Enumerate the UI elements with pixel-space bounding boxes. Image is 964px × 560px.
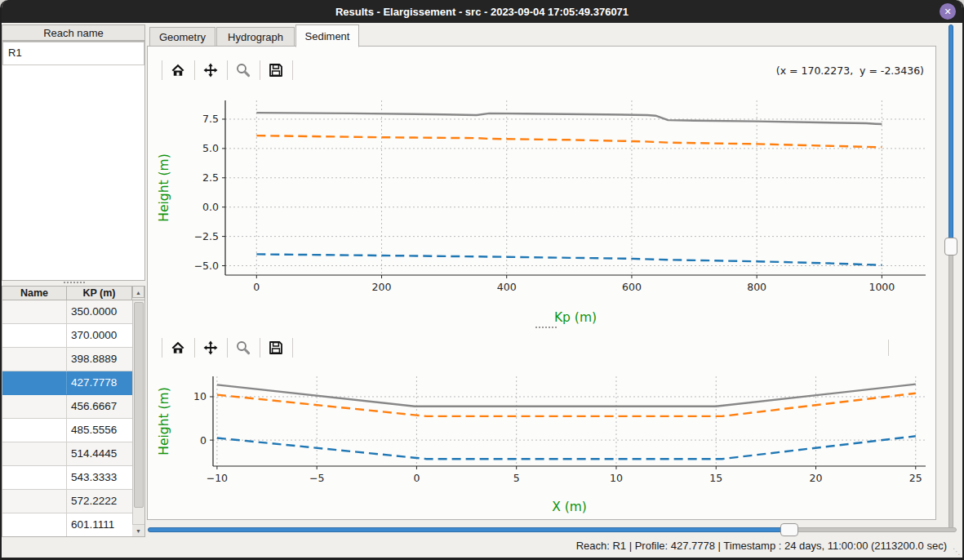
profile-slider[interactable] — [944, 24, 957, 529]
home-button[interactable] — [166, 336, 190, 360]
pan-icon — [202, 62, 219, 78]
svg-text:5.0: 5.0 — [202, 142, 219, 154]
tab-label: Geometry — [159, 31, 206, 43]
pan-icon — [202, 340, 219, 356]
profile-slider-handle[interactable] — [944, 238, 957, 256]
cross-section-chart[interactable]: −10−50510152025010X (m)Height (m) — [152, 365, 934, 517]
profile-table: Name KP (m) 350.0000370.0000398.8889427.… — [2, 286, 145, 537]
column-header-kp[interactable]: KP (m) — [67, 287, 132, 300]
cell-kp[interactable]: 427.7778 — [67, 371, 132, 394]
toolbar-separator — [260, 338, 260, 358]
cell-kp[interactable]: 456.6667 — [67, 395, 132, 418]
cell-kp[interactable]: 370.0000 — [67, 324, 132, 347]
y-axis: −5.0−2.50.02.55.07.5 — [194, 113, 225, 272]
svg-text:Height (m): Height (m) — [157, 387, 171, 455]
zoom-button[interactable] — [231, 58, 255, 82]
svg-text:−5.0: −5.0 — [194, 260, 219, 272]
svg-text:−10: −10 — [207, 472, 228, 484]
cell-name[interactable] — [2, 324, 67, 347]
svg-text:20: 20 — [810, 472, 823, 484]
series-bottom-profile-blue — [256, 254, 882, 264]
pan-button[interactable] — [198, 336, 223, 360]
cell-kp[interactable]: 398.8889 — [67, 348, 132, 371]
profile-row[interactable]: 370.0000 — [2, 324, 132, 348]
time-slider-fill — [148, 527, 795, 532]
time-slider[interactable] — [148, 523, 957, 536]
close-button[interactable]: ✕ — [940, 3, 956, 20]
chevron-up-icon: ▲ — [135, 290, 141, 296]
resize-grip[interactable]: ⋱ — [953, 547, 960, 556]
chevron-down-icon: ▼ — [135, 528, 141, 534]
toolbar-separator — [227, 60, 228, 80]
table-scrollbar-handle[interactable] — [134, 302, 144, 508]
profile-slider-fill — [948, 24, 953, 247]
cell-kp[interactable]: 485.5556 — [67, 419, 132, 442]
toolbar-separator — [292, 338, 293, 358]
tab-hydrograph[interactable]: Hydrograph — [216, 27, 295, 47]
svg-text:0: 0 — [413, 472, 420, 484]
profile-row[interactable]: 514.4445 — [2, 442, 132, 466]
toolbar-separator — [162, 338, 162, 358]
profile-row[interactable]: 601.1111 — [2, 513, 132, 537]
svg-text:15: 15 — [709, 472, 722, 484]
svg-text:5: 5 — [513, 472, 520, 484]
time-slider-handle[interactable] — [780, 523, 798, 536]
save-icon — [268, 62, 284, 78]
results-window: Results - Elargissement - src - 2023-09-… — [0, 0, 964, 560]
save-button[interactable] — [264, 58, 288, 82]
toolbar-separator — [194, 60, 195, 80]
cell-name[interactable] — [2, 442, 67, 465]
save-button[interactable] — [264, 336, 288, 360]
sidebar-splitter-handle[interactable] — [64, 282, 85, 283]
cell-name[interactable] — [2, 300, 67, 323]
table-scroll-up-button[interactable]: ▲ — [132, 286, 144, 298]
sediment-tab-panel: (x = 170.2273, y = -2.3436) 020040060080… — [147, 46, 936, 520]
cell-name[interactable] — [2, 419, 67, 442]
cell-kp[interactable]: 350.0000 — [67, 300, 132, 323]
cell-name[interactable] — [2, 395, 67, 418]
cell-kp[interactable]: 543.3333 — [67, 466, 132, 489]
svg-text:10: 10 — [610, 472, 623, 484]
toolbar-separator — [292, 60, 293, 80]
reach-list[interactable]: R1 — [2, 41, 145, 281]
column-header-name[interactable]: Name — [2, 287, 67, 300]
svg-text:X (m): X (m) — [552, 500, 587, 514]
svg-text:−2.5: −2.5 — [194, 230, 219, 242]
profile-row[interactable]: 398.8889 — [2, 348, 132, 371]
grid — [225, 100, 926, 275]
x-axis: 02004006008001000 — [253, 275, 895, 293]
plot-splitter-handle[interactable] — [535, 327, 557, 328]
reach-list-item[interactable]: R1 — [2, 42, 144, 65]
tab-sediment[interactable]: Sediment — [295, 24, 359, 47]
svg-text:2.5: 2.5 — [202, 171, 219, 184]
profile-row[interactable]: 543.3333 — [2, 466, 132, 490]
cell-name[interactable] — [2, 466, 67, 489]
cell-name[interactable] — [2, 348, 67, 371]
cell-kp[interactable]: 514.4445 — [67, 442, 132, 465]
profile-row[interactable]: 456.6667 — [2, 395, 132, 419]
profile-row[interactable]: 350.0000 — [2, 300, 132, 324]
cell-kp[interactable]: 601.1111 — [67, 513, 132, 536]
grid — [213, 376, 926, 466]
table-scrollbar[interactable]: ▼ — [132, 300, 144, 536]
cell-name[interactable] — [2, 490, 67, 513]
pan-button[interactable] — [198, 58, 223, 82]
table-scroll-down-button[interactable]: ▼ — [132, 524, 144, 536]
y-axis: 010 — [193, 390, 213, 446]
plot-toolbar-bottom — [148, 334, 935, 362]
svg-text:10: 10 — [193, 390, 207, 402]
svg-text:Height (m): Height (m) — [157, 153, 171, 221]
toolbar-separator — [227, 338, 228, 358]
home-button[interactable] — [166, 58, 190, 82]
tab-geometry[interactable]: Geometry — [149, 27, 215, 47]
cell-name[interactable] — [2, 371, 67, 394]
titlebar[interactable]: Results - Elargissement - src - 2023-09-… — [0, 0, 964, 23]
profile-row[interactable]: 427.7778 — [2, 371, 132, 395]
cell-kp[interactable]: 572.2222 — [67, 490, 132, 513]
cell-name[interactable] — [2, 513, 67, 536]
zoom-button[interactable] — [231, 336, 255, 360]
svg-text:−5: −5 — [309, 472, 324, 484]
profile-row[interactable]: 572.2222 — [2, 490, 132, 513]
profile-row[interactable]: 485.5556 — [2, 419, 132, 442]
longitudinal-profile-chart[interactable]: 02004006008001000−5.0−2.50.02.55.07.5Kp … — [152, 89, 934, 327]
